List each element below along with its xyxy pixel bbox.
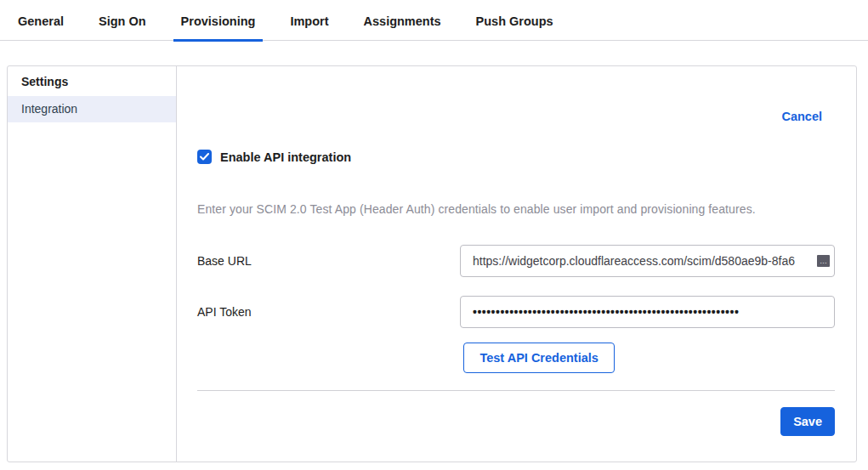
api-token-input[interactable] (460, 296, 835, 328)
test-credentials-row: Test API Credentials (197, 343, 835, 373)
base-url-input-wrap: … (460, 245, 835, 277)
settings-sidebar: Settings Integration (8, 66, 177, 462)
save-row: Save (197, 407, 835, 436)
tab-general[interactable]: General (15, 14, 66, 40)
api-token-input-wrap (460, 296, 835, 328)
tab-push-groups[interactable]: Push Groups (474, 14, 556, 40)
tab-provisioning[interactable]: Provisioning (179, 14, 258, 40)
credentials-description: Enter your SCIM 2.0 Test App (Header Aut… (197, 202, 835, 216)
enable-api-label: Enable API integration (220, 150, 351, 164)
enable-api-row: Enable API integration (197, 150, 835, 164)
base-url-input[interactable] (460, 245, 835, 277)
save-button[interactable]: Save (780, 407, 835, 436)
tab-assignments[interactable]: Assignments (361, 14, 444, 40)
sidebar-item-integration[interactable]: Integration (8, 96, 176, 122)
base-url-row: Base URL … (197, 245, 835, 277)
sidebar-header: Settings (8, 66, 176, 96)
enable-api-checkbox[interactable] (197, 150, 212, 164)
cancel-row: Cancel (197, 110, 835, 123)
provisioning-panel: Settings Integration Cancel Enable API i… (7, 65, 857, 462)
footer-divider (197, 390, 835, 391)
base-url-label: Base URL (197, 254, 460, 268)
tab-sign-on[interactable]: Sign On (96, 14, 149, 40)
checkmark-icon (200, 153, 209, 161)
test-api-credentials-button[interactable]: Test API Credentials (463, 343, 614, 373)
app-tabbar: General Sign On Provisioning Import Assi… (0, 0, 868, 41)
tab-import[interactable]: Import (287, 14, 331, 40)
api-token-label: API Token (197, 305, 460, 319)
api-token-row: API Token (197, 296, 835, 328)
cancel-button[interactable]: Cancel (781, 110, 822, 123)
integration-settings-form: Cancel Enable API integration Enter your… (177, 66, 856, 462)
